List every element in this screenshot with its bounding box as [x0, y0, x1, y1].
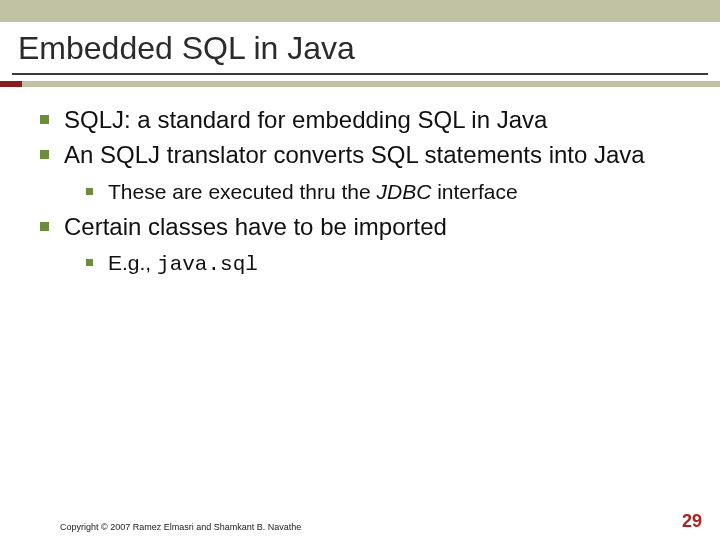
content-area: SQLJ: a standard for embedding SQL in Ja… [0, 87, 720, 279]
sub-bullet-list: E.g., java.sql [64, 249, 700, 279]
sub-bullet-item: E.g., java.sql [64, 249, 700, 279]
accent-right [22, 81, 720, 87]
sub-bullet-text: E.g., [108, 251, 157, 274]
sub-bullet-text-tail: interface [437, 180, 518, 203]
footer: Copyright © 2007 Ramez Elmasri and Shamk… [0, 512, 720, 532]
bullet-text: An SQLJ translator converts SQL statemen… [64, 141, 645, 168]
top-band [0, 0, 720, 22]
sub-bullet-item: These are executed thru the JDBC interfa… [64, 178, 700, 206]
bullet-item: An SQLJ translator converts SQL statemen… [20, 140, 700, 206]
jdbc-emphasis: JDBC [377, 180, 438, 203]
code-text: java.sql [157, 253, 258, 276]
bullet-text: SQLJ: a standard for embedding SQL in Ja… [64, 106, 547, 133]
title-row: Embedded SQL in Java [0, 22, 720, 71]
page-number: 29 [682, 511, 702, 532]
bullet-text: Certain classes have to be imported [64, 213, 447, 240]
bullet-item: Certain classes have to be imported E.g.… [20, 212, 700, 280]
copyright-text: Copyright © 2007 Ramez Elmasri and Shamk… [60, 522, 301, 532]
accent-left [0, 81, 22, 87]
bullet-item: SQLJ: a standard for embedding SQL in Ja… [20, 105, 700, 134]
title-rule [12, 73, 708, 75]
bullet-list: SQLJ: a standard for embedding SQL in Ja… [20, 105, 700, 279]
sub-bullet-text: These are executed thru the [108, 180, 377, 203]
slide-title: Embedded SQL in Java [18, 30, 702, 67]
sub-bullet-list: These are executed thru the JDBC interfa… [64, 178, 700, 206]
accent-row [0, 81, 720, 87]
